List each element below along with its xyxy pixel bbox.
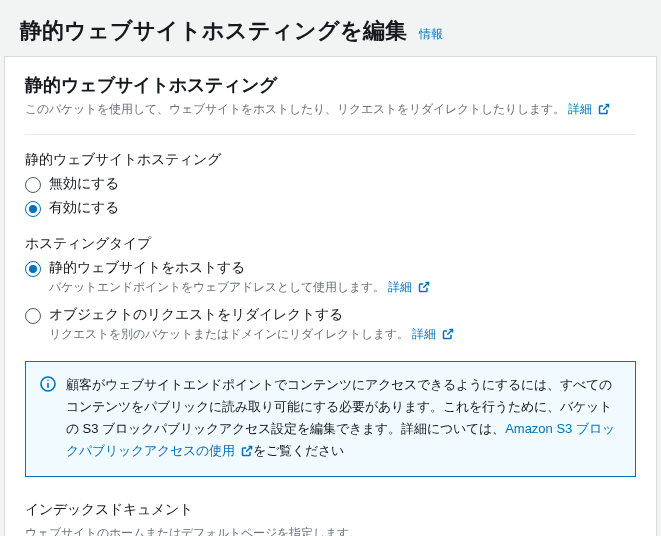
radio-static-site[interactable]: 静的ウェブサイトをホストする [25,259,636,277]
info-link[interactable]: 情報 [419,27,443,41]
panel-desc-link[interactable]: 詳細 [568,102,609,116]
info-icon [40,376,56,395]
index-doc-sub: ウェブサイトのホームまたはデフォルトページを指定します。 [25,525,636,536]
radio-static-sub: バケットエンドポイントをウェブアドレスとして使用します。 詳細 [49,279,636,296]
radio-icon [25,201,41,217]
panel-title: 静的ウェブサイトホスティング [25,73,636,97]
external-link-icon [442,328,454,343]
divider [25,134,636,135]
external-link-icon [418,281,430,296]
index-doc-label: インデックスドキュメント [25,501,636,519]
hosting-panel: 静的ウェブサイトホスティング このバケットを使用して、ウェブサイトをホストしたり… [4,56,657,536]
redirect-detail-link[interactable]: 詳細 [412,327,453,341]
external-link-icon [241,442,253,464]
radio-enable[interactable]: 有効にする [25,199,636,217]
svg-point-2 [47,380,49,382]
radio-icon [25,261,41,277]
radio-icon [25,308,41,324]
hosting-type-label: ホスティングタイプ [25,235,636,253]
external-link-icon [598,103,610,118]
radio-icon [25,177,41,193]
info-alert: 顧客がウェブサイトエンドポイントでコンテンツにアクセスできるようにするには、すべ… [25,361,636,477]
info-text: 顧客がウェブサイトエンドポイントでコンテンツにアクセスできるようにするには、すべ… [66,374,621,464]
radio-redirect-sub: リクエストを別のバケットまたはドメインにリダイレクトします。 詳細 [49,326,636,343]
static-detail-link[interactable]: 詳細 [388,280,429,294]
page-title: 静的ウェブサイトホスティングを編集 [20,18,407,43]
hosting-label: 静的ウェブサイトホスティング [25,151,636,169]
radio-redirect[interactable]: オブジェクトのリクエストをリダイレクトする [25,306,636,324]
panel-desc: このバケットを使用して、ウェブサイトをホストしたり、リクエストをリダイレクトした… [25,101,636,118]
radio-disable[interactable]: 無効にする [25,175,636,193]
